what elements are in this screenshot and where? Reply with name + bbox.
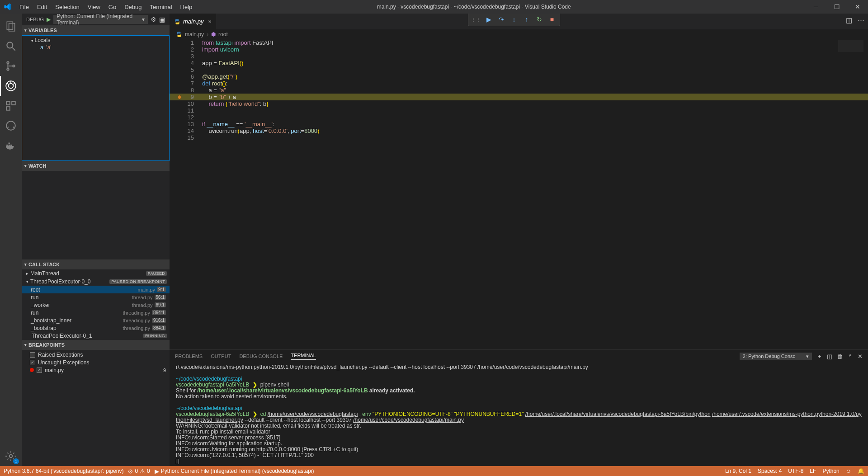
debug-toolbar[interactable]: ⋮⋮ ▶ ↷ ↓ ↑ ↻ ■ xyxy=(468,14,560,26)
stackframe-root[interactable]: rootmain.py9:1 xyxy=(22,286,170,293)
sb-notifications-icon[interactable]: 🔔 xyxy=(858,468,864,474)
activity-explorer[interactable] xyxy=(0,16,22,36)
close-tab-icon[interactable]: × xyxy=(208,18,212,25)
terminal-body[interactable]: r/.vscode/extensions/ms-python.python-20… xyxy=(170,363,868,466)
start-debug-icon[interactable]: ▶ xyxy=(47,16,51,23)
svg-point-2 xyxy=(7,42,13,48)
drag-handle-icon[interactable]: ⋮⋮ xyxy=(470,14,482,25)
step-into-button[interactable]: ↓ xyxy=(508,14,520,25)
activity-scm[interactable] xyxy=(0,56,22,76)
breadcrumb[interactable]: main.py› ⬢root xyxy=(170,29,868,39)
breakpoint-dot-icon xyxy=(30,368,34,372)
split-terminal-icon[interactable]: ◫ xyxy=(827,353,832,360)
menu-go[interactable]: Go xyxy=(104,4,120,10)
editor-area: ⋮⋮ ▶ ↷ ↓ ↑ ↻ ■ main.py × ◫ ⋯ main.py› ⬢r… xyxy=(170,14,868,466)
debug-console-icon[interactable]: ▣ xyxy=(159,16,165,23)
stackframe-bootstrap-inner[interactable]: _bootstrap_innerthreading.py916:1 xyxy=(22,316,170,324)
continue-button[interactable]: ▶ xyxy=(483,14,495,25)
variable-a[interactable]: a: 'a' xyxy=(22,44,169,51)
activity-search[interactable] xyxy=(0,36,22,56)
activity-remote[interactable] xyxy=(0,116,22,136)
watch-body xyxy=(22,171,170,259)
thread-tpe1[interactable]: ThreadPoolExecutor-0_1RUNNING xyxy=(22,332,170,340)
sb-errors[interactable]: ⊘0⚠0 xyxy=(128,468,150,475)
watch-section-header[interactable]: ▾WATCH xyxy=(22,161,170,171)
code-editor[interactable]: 1from fastapi import FastAPI 2import uvi… xyxy=(170,39,868,349)
thread-tpe0[interactable]: ▾ThreadPoolExecutor-0_0PAUSED ON BREAKPO… xyxy=(22,278,170,286)
menu-bar: File Edit Selection View Go Debug Termin… xyxy=(15,4,196,10)
menu-debug[interactable]: Debug xyxy=(120,4,146,10)
activity-settings[interactable]: 1 xyxy=(0,446,22,466)
menu-terminal[interactable]: Terminal xyxy=(146,4,176,10)
menu-edit[interactable]: Edit xyxy=(33,4,51,10)
panel-tab-debug-console[interactable]: DEBUG CONSOLE xyxy=(239,353,283,359)
sb-spaces[interactable]: Spaces: 4 xyxy=(758,468,782,474)
svg-point-5 xyxy=(7,68,9,70)
minimap[interactable] xyxy=(838,40,863,52)
activity-debug[interactable] xyxy=(0,76,22,96)
debug-config-dropdown[interactable]: Python: Current File (Integrated Termina… xyxy=(53,15,148,24)
breakpoint-current-icon[interactable] xyxy=(178,95,181,99)
panel-close-icon[interactable]: ✕ xyxy=(858,353,863,360)
bp-mainpy[interactable]: main.py9 xyxy=(22,366,170,374)
menu-file[interactable]: File xyxy=(15,4,33,10)
step-out-button[interactable]: ↑ xyxy=(521,14,533,25)
window-title: main.py - vscodedebugfastapi - ~/code/vs… xyxy=(196,4,806,10)
locals-header[interactable]: ▾ Locals xyxy=(22,37,169,44)
gear-icon[interactable]: ⚙ xyxy=(151,16,156,23)
svg-line-10 xyxy=(7,83,8,85)
svg-rect-14 xyxy=(6,107,10,110)
svg-point-20 xyxy=(9,455,13,458)
svg-point-6 xyxy=(13,65,14,67)
activity-extensions[interactable] xyxy=(0,96,22,116)
maximize-button[interactable]: ☐ xyxy=(826,0,847,14)
stackframe-run2[interactable]: runthreading.py864:1 xyxy=(22,309,170,316)
vscode-icon xyxy=(0,3,15,11)
svg-line-11 xyxy=(13,83,14,85)
svg-rect-12 xyxy=(6,101,10,105)
thread-mainthread[interactable]: ▸MainThreadPAUSED xyxy=(22,269,170,278)
callstack-section-header[interactable]: ▾CALL STACK xyxy=(22,259,170,269)
more-actions-icon[interactable]: ⋯ xyxy=(858,16,864,24)
sb-debug-config[interactable]: ▶Python: Current File (Integrated Termin… xyxy=(155,468,314,475)
python-icon xyxy=(174,19,180,25)
breakpoints-section-header[interactable]: ▾BREAKPOINTS xyxy=(22,340,170,350)
panel-tab-terminal[interactable]: TERMINAL xyxy=(291,353,316,360)
split-editor-icon[interactable]: ◫ xyxy=(846,16,852,24)
bp-uncaught[interactable]: Uncaught Exceptions xyxy=(22,358,170,366)
step-over-button[interactable]: ↷ xyxy=(495,14,507,25)
minimize-button[interactable]: ─ xyxy=(806,0,826,14)
terminal-selector[interactable]: 2: Python Debug Consc▾ xyxy=(740,353,812,360)
restart-button[interactable]: ↻ xyxy=(533,14,545,25)
sb-language[interactable]: Python xyxy=(822,468,839,474)
sb-interpreter[interactable]: Python 3.6.7 64-bit ('vscodedebugfastapi… xyxy=(4,468,123,474)
sb-position[interactable]: Ln 9, Col 1 xyxy=(725,468,751,474)
sb-eol[interactable]: LF xyxy=(810,468,816,474)
callstack-body: ▸MainThreadPAUSED ▾ThreadPoolExecutor-0_… xyxy=(22,269,170,340)
activity-docker[interactable] xyxy=(0,136,22,156)
kill-terminal-icon[interactable]: 🗑 xyxy=(837,353,843,360)
svg-line-3 xyxy=(12,47,15,51)
menu-view[interactable]: View xyxy=(84,4,104,10)
stop-button[interactable]: ■ xyxy=(546,14,558,25)
menu-selection[interactable]: Selection xyxy=(51,4,83,10)
panel-up-icon[interactable]: ＾ xyxy=(847,352,853,360)
menu-help[interactable]: Help xyxy=(176,4,197,10)
new-terminal-icon[interactable]: ＋ xyxy=(816,352,822,360)
tab-mainpy[interactable]: main.py × xyxy=(170,14,216,29)
window-controls: ─ ☐ ✕ xyxy=(806,0,868,14)
svg-point-8 xyxy=(9,84,14,89)
stackframe-run1[interactable]: runthread.py56:1 xyxy=(22,293,170,301)
sb-feedback-icon[interactable]: ☺ xyxy=(846,468,851,474)
close-button[interactable]: ✕ xyxy=(847,0,868,14)
svg-rect-17 xyxy=(9,145,10,146)
panel-tab-output[interactable]: OUTPUT xyxy=(211,353,231,359)
bp-raised[interactable]: Raised Exceptions xyxy=(22,351,170,358)
stackframe-bootstrap[interactable]: _bootstrapthreading.py884:1 xyxy=(22,324,170,332)
svg-rect-13 xyxy=(12,101,15,105)
statusbar: Python 3.6.7 64-bit ('vscodedebugfastapi… xyxy=(0,466,868,476)
sb-encoding[interactable]: UTF-8 xyxy=(788,468,803,474)
variables-section-header[interactable]: ▾VARIABLES xyxy=(22,25,170,35)
stackframe-worker[interactable]: _workerthread.py69:1 xyxy=(22,301,170,309)
panel-tab-problems[interactable]: PROBLEMS xyxy=(175,353,203,359)
